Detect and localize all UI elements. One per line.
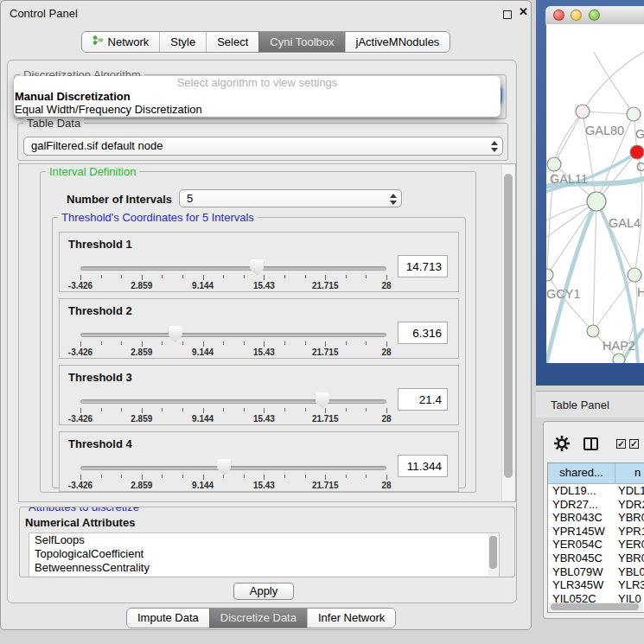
close-icon[interactable]: ✕ [519,5,528,18]
slider-track[interactable] [80,333,386,337]
slider-thumb-icon[interactable] [250,259,264,276]
list-item-selfloops[interactable]: SelfLoops [29,533,499,547]
network-node[interactable] [628,268,641,282]
slider-tick-label: 9.144 [179,481,227,490]
dropdown-option-manual-discretization[interactable]: Manual Discretization [14,90,501,103]
numerical-attributes-list[interactable]: SelfLoopsTopologicalCoefficientBetweenne… [29,532,500,577]
bottom-tab-bar: Impute DataDiscretize DataInfer Network [126,608,396,628]
checkbox-checked-icon[interactable]: ✓ [616,439,626,449]
checkbox-checked-icon[interactable]: ✓ [629,439,639,449]
gear-icon[interactable] [553,435,571,452]
network-node[interactable] [627,107,641,121]
network-edge[interactable] [593,275,634,331]
node-attribute-table[interactable]: shared... n YDL19...YDL1YDR27...YDR2YBR0… [547,462,644,613]
slider-tick-label: 21.715 [301,281,349,290]
cell-name: YDL1 [615,484,644,498]
vertical-scrollbar[interactable] [501,165,514,501]
num-intervals-combobox[interactable]: 5 [179,189,402,207]
network-node[interactable] [547,157,561,171]
network-canvas[interactable]: GAL80GAGAL11CGAL4GCY1HHAP2 [546,24,644,363]
network-node[interactable] [587,192,606,211]
tab-label: Style [170,35,195,48]
cell-shared-name: YBL079W [548,565,615,579]
threshold-value-field[interactable]: 21.4 [398,388,448,411]
slider-thumb-icon[interactable] [217,459,231,475]
network-edge[interactable] [593,201,596,331]
table-row[interactable]: YPR145WYPR1 [548,525,644,539]
table-row[interactable]: YLR345WYLR3 [548,578,644,592]
node-label: HAP2 [603,339,635,353]
zoom-traffic-light-icon[interactable] [589,10,600,21]
slider-tick [121,475,122,478]
tab-jactivemnodules[interactable]: jActiveMNodules [345,32,450,52]
table-row[interactable]: YER054CYER0 [548,538,644,552]
network-node[interactable] [576,105,590,118]
float-window-icon[interactable] [503,10,512,19]
slider-tick [366,341,367,345]
column-header-shared-name[interactable]: shared... [548,463,615,483]
list-item-betweennesscentrality[interactable]: BetweennessCentrality [29,561,499,575]
network-node[interactable] [630,145,644,159]
table-row[interactable]: YBR045CYBR0 [548,552,644,565]
table-data-combobox[interactable]: galFiltered.sif default node [23,137,503,156]
slider-tick-label: 2.859 [118,481,166,490]
slider-thumb-icon[interactable] [169,326,182,342]
cell-shared-name: YPR145W [548,525,615,539]
slider-tick [101,475,102,478]
slider-thumb-icon[interactable] [316,392,329,409]
minimize-traffic-light-icon[interactable] [571,10,582,21]
network-node[interactable] [546,269,553,281]
network-edge[interactable] [594,52,634,114]
slider-tick [244,475,245,478]
slider-tick [223,275,224,278]
network-node[interactable] [613,354,625,363]
network-edge[interactable] [547,275,593,331]
network-edge[interactable] [554,112,583,164]
scrollbar-thumb[interactable] [489,536,497,569]
tab-cyni-toolbox[interactable]: Cyni Toolbox [258,32,344,52]
slider-tick [305,275,306,278]
dropdown-option-equal-width-frequency-discretization[interactable]: Equal Width/Frequency Discretization [14,103,501,116]
cell-name: YER0 [615,538,644,552]
table-row[interactable]: YDL19...YDL1 [548,484,644,498]
cell-name: YBL0 [615,565,644,579]
table-row[interactable]: YBL079WYBL0 [548,565,644,579]
list-item-topologicalcoefficient[interactable]: TopologicalCoefficient [29,547,499,561]
threshold-value-field[interactable]: 6.316 [398,322,448,344]
scrollbar-thumb[interactable] [504,174,513,478]
attributes-group: Attributes to discretize Numerical Attri… [19,507,515,577]
slider-tick [264,408,265,413]
network-edge[interactable] [583,52,644,112]
close-traffic-light-icon[interactable] [553,10,564,21]
network-node[interactable] [587,325,599,337]
slider-tick [162,275,163,278]
columns-icon[interactable] [583,437,598,450]
threshold-label: Threshold 4 [68,437,132,450]
tab-network[interactable]: Network [82,32,160,52]
network-edge[interactable] [583,112,634,114]
network-window-titlebar[interactable] [545,6,644,25]
table-panel: ✓ ✓ shared... n YDL19...YDL1YDR27...YDR2… [543,421,644,619]
table-row[interactable]: YBR043CYBR0 [548,511,644,525]
apply-button[interactable]: Apply [233,583,294,600]
tab-discretize-data[interactable]: Discretize Data [209,609,307,628]
scrollbar-thumb[interactable] [551,603,639,610]
node-label: GAL11 [550,172,588,186]
table-row[interactable]: YDR27...YDR2 [548,498,644,512]
threshold-value-field[interactable]: 14.713 [398,255,448,277]
network-edge[interactable] [596,201,634,275]
slider-track[interactable] [80,466,386,470]
node-label: GA [635,127,644,141]
list-scrollbar[interactable] [488,534,498,576]
slider-track[interactable] [80,399,386,404]
slider-track[interactable] [80,266,386,271]
tab-select[interactable]: Select [206,32,258,52]
horizontal-scrollbar[interactable] [549,603,643,611]
network-edge-highlighted[interactable] [546,201,596,363]
slider-tick [101,341,102,345]
tab-style[interactable]: Style [159,32,206,52]
threshold-value-field[interactable]: 11.344 [398,455,448,477]
tab-impute-data[interactable]: Impute Data [127,609,209,628]
column-header-name[interactable]: n [615,463,644,483]
tab-infer-network[interactable]: Infer Network [307,609,395,628]
